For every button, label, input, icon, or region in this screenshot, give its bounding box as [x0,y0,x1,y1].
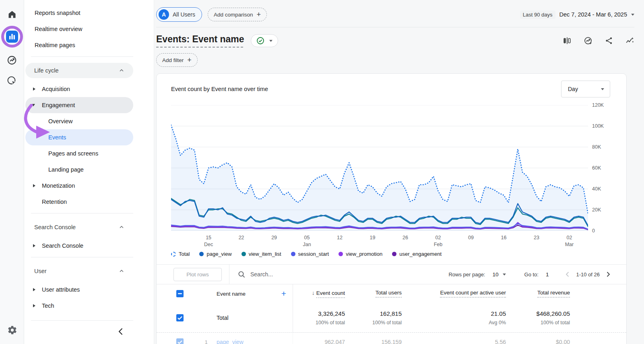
sidebar-item-label: Overview [48,118,72,124]
plot-rows-button[interactable]: Plot rows [173,268,222,281]
divider [31,213,133,213]
legend-item-page_view[interactable]: page_view [199,251,231,257]
sidebar-item-events[interactable]: Events [25,129,133,145]
search-input[interactable] [250,271,339,278]
sidebar-item-label: Realtime pages [35,42,75,48]
chevron-up-icon [119,268,124,274]
divider [31,320,133,321]
legend-item-view_item_list[interactable]: view_item_list [242,251,281,257]
column-divider [293,303,293,332]
column-divider [293,333,293,344]
expand-arrow-icon[interactable] [33,184,35,187]
sidebar-item-landing-page[interactable]: Landing page [25,162,133,178]
events-chart: 15Dec222905Jan12192602Feb09162302Mar 020… [157,104,626,248]
row-total-revenue: $0.00 [506,339,570,344]
date-range-text: Dec 7, 2024 - Mar 6, 2025 [559,11,627,18]
collapse-arrow-icon[interactable] [32,104,35,106]
select-all-checkbox-indeterminate[interactable] [176,290,184,297]
table-header-row: Event name + ↓Event count Total users Ev… [157,284,626,303]
row-checkbox-checked[interactable] [176,338,184,344]
settings-gear-icon[interactable] [0,325,24,335]
x-tick-label: 05Jan [303,234,311,248]
expand-arrow-icon[interactable] [33,288,35,291]
page-title[interactable]: Events: Event name [156,34,244,48]
sidebar-item-overview[interactable]: Overview [25,113,133,129]
legend-swatch-icon [339,252,343,256]
event-name-link[interactable]: page_view [217,339,244,344]
audience-avatar: A [159,9,169,20]
sidebar-item-label: Monetization [42,182,75,189]
share-icon[interactable] [605,36,613,45]
add-comparison-button[interactable]: Add comparison + [208,8,267,21]
main-content: A All Users Add comparison + Last 90 day… [154,0,644,344]
section-header-search-console[interactable]: Search Console [25,220,133,235]
sidebar-item-engagement[interactable]: Engagement [25,97,133,113]
sidebar-item-user-attributes[interactable]: User attributes [25,282,133,298]
reports-icon[interactable] [6,31,18,43]
sidebar-item-reports-snapshot[interactable]: Reports snapshot [25,5,133,21]
x-tick-label: 29 [271,234,277,241]
previous-page-icon[interactable] [564,271,571,278]
section-header-life-cycle[interactable]: Life cycle [25,63,133,78]
total-row-label: Total [217,315,229,321]
sidebar-item-acquisition[interactable]: Acquisition [25,81,133,97]
home-icon[interactable] [7,10,17,19]
section-header-user[interactable]: User [25,263,133,279]
goto-page-input[interactable]: 1 [546,271,549,278]
legend-item-session_start[interactable]: session_start [291,251,329,257]
table-toolbar: Plot rows Rows per page: 10 Go to: 1 1-1… [157,264,626,284]
column-header-total-revenue[interactable]: Total revenue [537,290,570,298]
column-header-event-count[interactable]: Event count [316,290,345,298]
legend-label: view_item_list [249,251,281,257]
x-tick-label: 19 [370,234,376,241]
rows-per-page-select[interactable]: 10 [492,271,506,278]
add-filter-button[interactable]: Add filter + [156,53,198,67]
sidebar-item-pages-and-screens[interactable]: Pages and screens [25,145,133,162]
total-per-active-user: 21.05 [491,310,506,317]
legend-swatch-icon [291,252,295,256]
sidebar-item-tech[interactable]: Tech [25,298,133,314]
chevron-up-icon [119,68,124,73]
table-row[interactable]: 1 page_view 962,047 156,159 5.56 $0.00 [157,333,626,344]
legend-label: page_view [206,251,231,257]
next-page-icon[interactable] [605,271,612,278]
expand-arrow-icon[interactable] [33,244,35,247]
sidebar-item-realtime-overview[interactable]: Realtime overview [25,21,133,37]
granularity-value: Day [568,86,578,92]
expand-arrow-icon[interactable] [33,87,35,91]
sparkline-insights-icon[interactable] [625,36,634,45]
legend-label: user_engagement [399,251,442,257]
expand-arrow-icon[interactable] [33,304,35,307]
sidebar-item-label: Landing page [48,166,84,173]
comparison-builder-icon[interactable] [563,36,572,45]
advertising-icon[interactable] [6,75,17,86]
legend-label: session_start [298,251,329,257]
sort-descending-icon[interactable]: ↓ [312,290,315,296]
row-checkbox-checked[interactable] [176,314,184,321]
all-users-chip[interactable]: A All Users [156,7,202,22]
insights-icon[interactable] [584,36,592,45]
chart-header: Event count by Event name over time Day [157,74,626,104]
filter-row: Add filter + [156,48,634,67]
collapse-nav-icon[interactable] [24,327,125,336]
report-status-dropdown[interactable] [251,34,278,47]
y-tick-label: 80K [592,144,601,150]
sidebar-item-retention[interactable]: Retention [25,194,133,210]
total-revenue: $468,260.05 [537,310,570,317]
sidebar-item-search-console[interactable]: Search Console [25,238,133,254]
column-header-total-users[interactable]: Total users [376,290,402,298]
date-range-picker[interactable]: Last 90 days Dec 7, 2024 - Mar 6, 2025 [520,10,634,19]
add-dimension-icon[interactable]: + [281,289,286,298]
report-actions [563,36,634,45]
granularity-select[interactable]: Day [561,81,610,97]
legend-item-user_engagement[interactable]: user_engagement [392,251,442,257]
column-header-event-name[interactable]: Event name [217,291,246,297]
legend-item-view_promotion[interactable]: view_promotion [339,251,382,257]
explore-icon[interactable] [6,55,17,66]
section-label: User [34,268,47,274]
legend-item-total[interactable]: Total [171,251,190,257]
sidebar-item-monetization[interactable]: Monetization [25,178,133,194]
sidebar-item-realtime-pages[interactable]: Realtime pages [25,37,133,53]
total-users-sub: 100% of total [372,320,402,325]
column-header-per-active-user[interactable]: Event count per active user [440,290,506,298]
